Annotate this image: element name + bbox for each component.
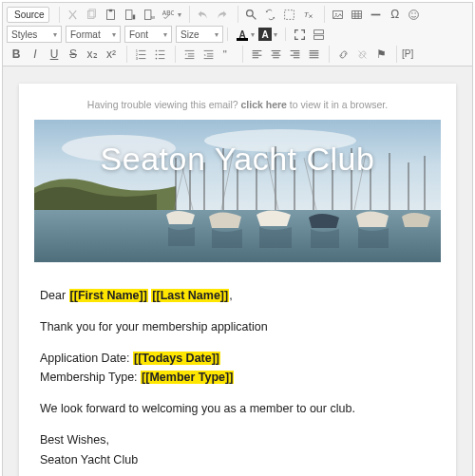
sig-line-2: Seaton Yacht Club bbox=[40, 451, 435, 469]
chevron-down-icon: ▾ bbox=[163, 30, 167, 39]
copy-button[interactable] bbox=[84, 6, 101, 23]
preheader-suffix: to view it in a browser. bbox=[287, 99, 388, 110]
bullist-button[interactable] bbox=[151, 46, 168, 63]
specialchar-button[interactable]: Ω bbox=[387, 6, 404, 23]
placeholder-button[interactable]: [P] bbox=[402, 46, 413, 63]
svg-text:w: w bbox=[150, 14, 155, 20]
replace-button[interactable] bbox=[262, 6, 279, 23]
thanks-line: Thank you for your membership applicatio… bbox=[40, 318, 435, 336]
svg-point-12 bbox=[335, 12, 337, 14]
maximize-button[interactable] bbox=[291, 26, 308, 43]
alignleft-button[interactable] bbox=[248, 46, 265, 63]
svg-rect-18 bbox=[314, 35, 323, 39]
strike-button[interactable]: S bbox=[65, 46, 82, 63]
token-membertype[interactable]: [[Member Type]] bbox=[141, 371, 234, 384]
styles-select[interactable]: Styles▾ bbox=[7, 26, 62, 43]
email-body[interactable]: Dear [[First Name]] [[Last Name]], Thank… bbox=[34, 262, 441, 468]
unlink-button[interactable] bbox=[353, 46, 370, 63]
chevron-down-icon: ▾ bbox=[53, 30, 57, 39]
table-button[interactable] bbox=[349, 6, 366, 23]
link-button[interactable] bbox=[334, 46, 352, 63]
removeformat-button[interactable]: T bbox=[300, 6, 317, 23]
preheader-link[interactable]: click here bbox=[241, 99, 287, 110]
app-date-line: Application Date: [[Todays Date]] bbox=[40, 350, 435, 368]
bold-button[interactable]: B bbox=[8, 46, 25, 63]
chevron-down-icon: ▾ bbox=[215, 30, 218, 39]
sig-line-1: Best Wishes, bbox=[40, 431, 435, 449]
font-select[interactable]: Font▾ bbox=[124, 26, 172, 43]
bgcolor-button[interactable]: A bbox=[258, 28, 272, 41]
indent-button[interactable] bbox=[200, 46, 217, 63]
superscript-button[interactable]: x² bbox=[103, 46, 120, 63]
anchor-button[interactable]: ⚑ bbox=[372, 46, 390, 63]
svg-text:3: 3 bbox=[135, 56, 138, 61]
toolbar-row-2: Styles▾ Format▾ Font▾ Size▾ A ▾ A ▾ bbox=[7, 26, 468, 46]
svg-point-23 bbox=[155, 53, 157, 55]
alignright-button[interactable] bbox=[286, 46, 303, 63]
emoji-button[interactable] bbox=[406, 6, 423, 23]
token-lastname[interactable]: [[Last Name]] bbox=[151, 289, 229, 302]
hero-title: Seaton Yacht Club bbox=[34, 141, 441, 178]
italic-button[interactable]: I bbox=[27, 46, 44, 63]
hero-image: Seaton Yacht Club bbox=[34, 120, 441, 262]
subscript-button[interactable]: x₂ bbox=[84, 46, 101, 63]
toolbar-row-3: B I U S x₂ x² 123 " bbox=[7, 46, 468, 66]
svg-point-8 bbox=[247, 10, 254, 16]
toolbar: Source w ABC ▾ T bbox=[3, 3, 472, 67]
aligncenter-button[interactable] bbox=[267, 46, 284, 63]
chevron-down-icon[interactable]: ▾ bbox=[274, 30, 277, 39]
token-firstname[interactable]: [[First Name]] bbox=[69, 289, 148, 302]
source-label: Source bbox=[14, 10, 45, 20]
svg-text:": " bbox=[222, 48, 226, 60]
chevron-down-icon[interactable]: ▾ bbox=[178, 10, 181, 19]
toolbar-row-1: Source w ABC ▾ T bbox=[7, 6, 468, 26]
undo-button[interactable] bbox=[195, 6, 212, 23]
welcome-line: We look forward to welcoming you as a me… bbox=[40, 400, 435, 418]
paste-text-button[interactable] bbox=[122, 6, 139, 23]
underline-button[interactable]: U bbox=[46, 46, 63, 63]
editor-frame: Source w ABC ▾ T bbox=[2, 2, 473, 476]
alignjustify-button[interactable] bbox=[305, 46, 322, 63]
svg-rect-3 bbox=[109, 9, 112, 10]
editor-canvas[interactable]: Having trouble viewing this email? click… bbox=[3, 67, 472, 476]
preheader-prefix: Having trouble viewing this email? bbox=[87, 99, 241, 110]
paste-button[interactable] bbox=[103, 6, 120, 23]
svg-rect-5 bbox=[145, 10, 152, 19]
textcolor-button[interactable]: A bbox=[236, 28, 249, 41]
svg-text:T: T bbox=[304, 10, 310, 18]
paste-word-button[interactable]: w bbox=[141, 6, 158, 23]
svg-rect-17 bbox=[314, 29, 323, 33]
svg-point-16 bbox=[415, 12, 416, 13]
outdent-button[interactable] bbox=[180, 46, 198, 63]
greeting-line: Dear [[First Name]] [[Last Name]], bbox=[40, 287, 435, 305]
selectall-button[interactable] bbox=[281, 6, 298, 23]
source-button[interactable]: Source bbox=[7, 7, 49, 23]
chevron-down-icon: ▾ bbox=[112, 30, 116, 39]
blockquote-button[interactable]: " bbox=[218, 46, 236, 63]
cut-button[interactable] bbox=[65, 6, 82, 23]
svg-rect-4 bbox=[126, 10, 133, 19]
spellcheck-button[interactable]: ABC bbox=[160, 6, 177, 23]
format-select[interactable]: Format▾ bbox=[66, 26, 121, 43]
numlist-button[interactable]: 123 bbox=[132, 46, 149, 63]
svg-point-15 bbox=[411, 12, 412, 13]
preheader: Having trouble viewing this email? click… bbox=[34, 93, 441, 120]
member-type-line: Membership Type: [[Member Type]] bbox=[40, 369, 435, 387]
token-date[interactable]: [[Todays Date]] bbox=[133, 352, 220, 365]
hr-button[interactable] bbox=[368, 6, 385, 23]
find-button[interactable] bbox=[243, 6, 260, 23]
svg-point-14 bbox=[409, 10, 419, 19]
showblocks-button[interactable] bbox=[310, 26, 327, 43]
svg-rect-9 bbox=[285, 10, 294, 19]
chevron-down-icon[interactable]: ▾ bbox=[251, 30, 255, 39]
size-select[interactable]: Size▾ bbox=[176, 26, 223, 43]
svg-point-24 bbox=[155, 57, 157, 59]
svg-rect-13 bbox=[352, 10, 362, 18]
svg-point-22 bbox=[155, 49, 157, 51]
image-button[interactable] bbox=[330, 6, 347, 23]
email-card: Having trouble viewing this email? click… bbox=[19, 84, 456, 476]
redo-button[interactable] bbox=[214, 6, 231, 23]
